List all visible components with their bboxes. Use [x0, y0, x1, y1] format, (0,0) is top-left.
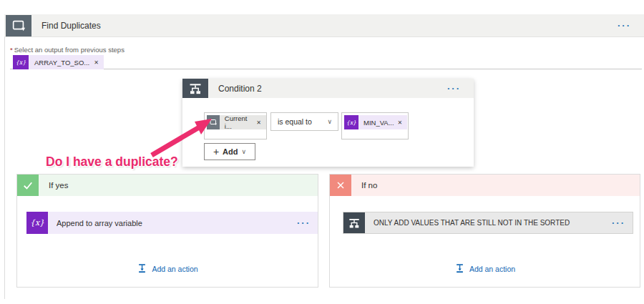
add-button-label: Add [223, 147, 238, 156]
action-menu-ellipsis-icon[interactable]: ··· [612, 212, 625, 233]
if-no-title: If no [361, 181, 377, 190]
add-an-action-label: Add an action [469, 265, 515, 273]
if-yes-add-an-action-link[interactable]: Add an action [17, 263, 318, 274]
scope-header-find-duplicates[interactable]: Find Duplicates ··· [4, 14, 644, 37]
condition-add-button[interactable]: + Add ∨ [204, 143, 255, 160]
output-field-label: *Select an output from previous steps [10, 46, 125, 54]
remove-token-icon[interactable]: ✕ [94, 55, 104, 69]
right-operand-label: MIN_VA... [358, 115, 398, 129]
token-chip-min-value[interactable]: {x} MIN_VA... ✕ [344, 115, 407, 129]
condition-right-operand-box[interactable]: {x} MIN_VA... ✕ [341, 112, 409, 139]
x-icon [330, 175, 351, 196]
scope-title: Find Duplicates [42, 21, 101, 31]
if-no-add-an-action-link[interactable]: Add an action [330, 263, 640, 274]
token-chip-array-to-sort[interactable]: {x} ARRAY_TO_SO... ✕ [13, 55, 104, 69]
condition-title: Condition 2 [218, 84, 262, 94]
only-add-values-action[interactable]: ONLY ADD VALUES THAT ARE STILL NOT IN TH… [343, 212, 633, 234]
remove-left-operand-icon[interactable]: ✕ [256, 115, 266, 129]
if-yes-title: If yes [49, 181, 68, 190]
action-label: ONLY ADD VALUES THAT ARE STILL NOT IN TH… [374, 219, 598, 227]
operator-value: is equal to [278, 117, 312, 126]
token-chip-label: ARRAY_TO_SO... [29, 55, 94, 69]
add-action-icon [137, 263, 147, 274]
action-label: Append to array variable [57, 219, 171, 227]
action-menu-ellipsis-icon[interactable]: ··· [297, 212, 311, 234]
condition-operator-select[interactable]: is equal to ∨ [270, 112, 338, 131]
if-no-branch-card: If no ONLY ADD VALUES THAT ARE STILL NOT… [329, 174, 640, 288]
left-operand-label: Current i... [220, 115, 256, 129]
scope-menu-ellipsis-icon[interactable]: ··· [618, 14, 631, 36]
condition-icon [182, 79, 208, 98]
add-an-action-label: Add an action [152, 265, 197, 273]
token-chip-current-item[interactable]: Current i... ✕ [207, 115, 266, 129]
variable-icon: {x} [344, 115, 358, 129]
if-yes-header[interactable]: If yes [17, 175, 318, 196]
plus-icon: + [213, 147, 219, 157]
condition-left-operand-box[interactable]: Current i... ✕ [204, 112, 267, 139]
output-field-input[interactable] [10, 54, 642, 69]
add-action-icon [454, 263, 465, 274]
append-to-array-action[interactable]: {x} Append to array variable ··· [26, 212, 318, 234]
chevron-down-icon: ∨ [327, 118, 332, 125]
loop-item-icon [207, 115, 220, 129]
if-no-header[interactable]: If no [330, 175, 640, 196]
condition-card: Condition 2 ··· Current i... ✕ is equal … [182, 79, 474, 167]
flow-designer-canvas: Find Duplicates ··· *Select an output fr… [0, 0, 644, 304]
condition-header[interactable]: Condition 2 ··· [182, 79, 474, 98]
condition-menu-ellipsis-icon[interactable]: ··· [447, 79, 461, 98]
remove-right-operand-icon[interactable]: ✕ [398, 115, 408, 129]
variable-icon: {x} [13, 55, 29, 69]
required-asterisk: * [10, 46, 13, 54]
chevron-down-icon: ∨ [241, 148, 246, 155]
variable-icon: {x} [26, 212, 48, 234]
condition-icon [343, 212, 365, 233]
check-icon [17, 175, 39, 196]
apply-to-each-loop-icon [6, 15, 31, 36]
annotation-question: Do I have a duplicate? [46, 155, 178, 170]
if-yes-branch-card: If yes {x} Append to array variable ··· … [16, 174, 318, 288]
